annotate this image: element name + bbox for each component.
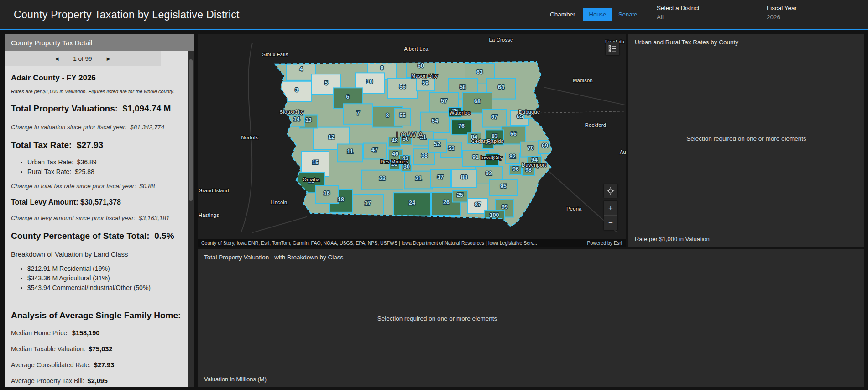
district-number: 47 [371,147,378,153]
district-number: 70 [528,145,534,151]
district-number: 67 [491,114,497,120]
home-row: Average Consolidated Rate:$27.93 [11,361,182,369]
header-divider [540,3,540,26]
district-number: 63 [476,69,483,75]
pagination-prev-button[interactable]: ◀ [53,55,61,62]
city-label: Grand Island [199,188,229,193]
district-number: 5 [325,80,328,86]
district-number: 21 [415,175,422,182]
district-number: 38 [421,153,428,159]
tax-rates-chart-footer: Rate per $1,000 in Valuation [635,236,710,242]
district-number: 66 [510,131,517,137]
district-number: 91 [472,154,479,161]
district-number: 13 [305,117,312,123]
attribution-text: County of Story, Iowa DNR, Esri, TomTom,… [201,240,537,246]
district-selector[interactable]: Select a District All [657,5,700,21]
rates-note: Rates are per $1,000 in Valuation. Figur… [11,89,182,94]
bullet-item: $343.36 M Agricultural (31%) [27,274,182,282]
district-number: 100 [490,212,499,219]
district-number: 10 [366,79,373,85]
fiscal-year-selector[interactable]: Fiscal Year 2026 [767,5,797,21]
district-number: 52 [434,142,440,148]
total-valuations: Total Property Valuations: $1,094.74 M [11,104,182,114]
city-label: Davenport [522,162,546,168]
city-label: Sioux Falls [262,52,288,57]
district-number: 24 [409,200,415,206]
district-number: 69 [542,142,548,149]
header-bar: County Property Taxation by Legislative … [0,0,868,30]
locate-crosshair-icon [607,186,615,195]
header-divider [758,3,758,26]
county-detail-content: Adair County - FY 2026 Rates are per $1,… [5,66,194,385]
district-number: 15 [312,159,319,166]
home-analysis-heading: Analysis of Average Single Family Home: [11,311,182,321]
district-number: 64 [498,84,504,90]
home-row-value: $27.93 [94,361,114,369]
district-number: 60 [418,63,424,69]
city-label: Iowa City [481,155,502,161]
city-label: Hastings [199,212,219,218]
home-row: Median Home Price:$158,190 [11,329,182,337]
city-label: Peoria [566,206,582,211]
district-number: 76 [458,123,465,129]
city-label: Lincoln [271,200,288,206]
valuation-chart-title: Total Property Valuation - with Breakdow… [204,254,343,261]
chamber-house-button[interactable]: House [583,8,612,21]
home-row-label: Median Taxable Valuation: [11,345,85,353]
chamber-toggle: House Senate [583,8,644,21]
left-panel-scrollbar[interactable] [188,51,194,387]
home-row-label: Average Property Tax Bill: [11,377,84,385]
home-row-value: $158,190 [72,329,99,337]
road-line [252,217,307,233]
district-number: 92 [486,171,492,177]
district-number: 57 [441,98,447,104]
zoom-in-button[interactable]: + [604,201,617,216]
district-number: 14 [293,116,300,122]
district-number: 17 [365,200,371,206]
legend-list-icon [608,44,617,53]
county-detail-header: County Property Tax Detail [5,34,194,51]
district-number: 54 [432,118,438,124]
district-number: 25 [457,192,463,198]
chamber-group: Chamber House Senate [550,0,643,29]
district-number: 12 [328,134,335,140]
district-number: 6 [346,94,350,100]
city-label: Omaha [303,177,320,182]
legend-button[interactable] [606,42,619,55]
district-number: 11 [347,148,353,155]
bullet-item: $212.91 M Residential (19%) [27,265,182,272]
scrollbar-thumb[interactable] [189,59,193,201]
pagination-next-button[interactable]: ▶ [105,55,112,62]
home-row-label: Average Consolidated Rate: [11,361,91,369]
district-selector-value[interactable]: All [657,14,700,21]
header-divider [649,3,649,26]
district-number: 8 [386,112,389,119]
state-percentage: County Percentage of State Total: 0.5% [11,231,182,241]
river-line [535,111,626,113]
district-number: 46 [392,151,398,157]
chamber-label: Chamber [550,11,575,18]
locate-button[interactable] [604,184,617,198]
powered-by-esri: Powered by Esri [587,240,622,246]
home-row-label: Median Home Price: [11,329,69,337]
chamber-senate-button[interactable]: Senate [612,8,643,21]
district-layer: 4960635105659586436576867657175785554761… [275,57,552,226]
tax-rate-bullets: Urban Tax Rate: $36.89 Rural Tax Rate: $… [11,158,182,175]
breakdown-label: Breakdown of Valuation by Land Class [11,250,182,258]
home-row: Average Property Tax Bill:$2,095 [11,377,182,385]
bullet-item: Rural Tax Rate: $25.88 [27,168,182,175]
tax-rates-chart-title: Urban and Rural Tax Rates by County [635,39,738,46]
city-label: Rockford [585,122,606,128]
map-canvas[interactable]: 4960635105659586436576867657175785554761… [198,34,626,239]
breakdown-bullets: $212.91 M Residential (19%) $343.36 M Ag… [11,265,182,291]
bullet-item: $543.94 Commercial/Industrial/Other (50%… [27,284,182,291]
district-number: 59 [422,80,429,86]
fiscal-year-value[interactable]: 2026 [767,14,797,21]
city-label: Dubuque [519,109,540,115]
road-line [544,87,626,105]
zoom-out-button[interactable]: − [604,216,617,230]
home-row-value: $75,032 [89,345,112,353]
levy-change: Change in levy amount since prior fiscal… [11,215,182,221]
app-title: County Property Taxation by Legislative … [14,8,240,21]
city-label: Waterloo [450,110,471,116]
